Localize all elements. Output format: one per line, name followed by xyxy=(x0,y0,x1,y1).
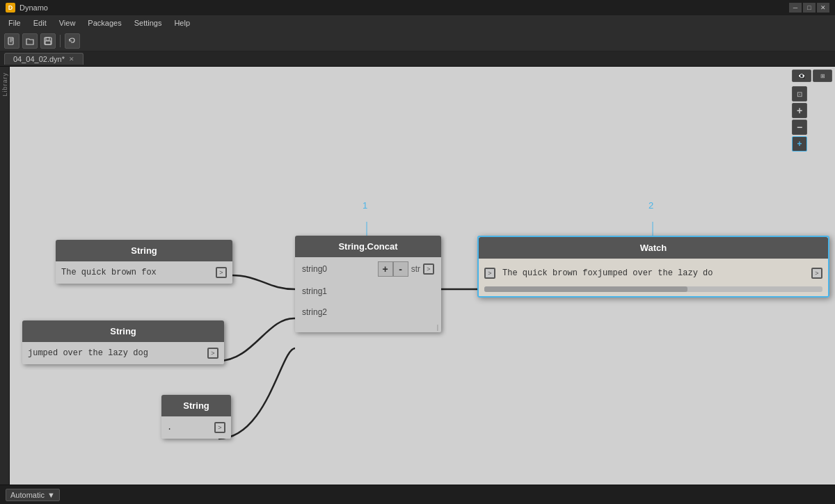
sidebar-label: Library xyxy=(1,72,8,97)
canvas[interactable]: 1 2 String The quick brown fox > String … xyxy=(10,67,835,485)
watch-input-port[interactable]: > xyxy=(484,268,495,279)
watch-index: 2 xyxy=(649,200,653,211)
tab-bar: 04_04_02.dyn* ✕ xyxy=(0,51,835,67)
concat-node-body: string0 + - str > string1 string2 xyxy=(295,257,441,332)
title-bar-controls: ─ □ ✕ xyxy=(789,3,829,13)
mode-dropdown[interactable]: Automatic ▼ xyxy=(6,489,60,501)
status-bar: Automatic ▼ xyxy=(0,485,835,504)
concat-remove-button[interactable]: - xyxy=(393,261,408,277)
menu-bar: File Edit View Packages Settings Help xyxy=(0,15,835,31)
home-button[interactable]: + xyxy=(792,136,807,152)
open-button[interactable] xyxy=(22,33,38,49)
concat-resize-icon: | xyxy=(437,324,438,331)
concat-row-1: string1 xyxy=(295,281,441,302)
watch-output-port[interactable]: > xyxy=(811,268,822,279)
watch-node-body: > The quick brown foxjumped over the laz… xyxy=(479,259,828,296)
string-node-3: String . > xyxy=(161,395,231,439)
string-node-2-body: jumped over the lazy dog > xyxy=(22,342,224,364)
minimize-button[interactable]: ─ xyxy=(789,3,802,13)
menu-file[interactable]: File xyxy=(3,17,26,29)
string-node-2-row: jumped over the lazy dog > xyxy=(22,342,224,364)
tab-label: 04_04_02.dyn* xyxy=(13,55,65,63)
app-title: Dynamo xyxy=(19,3,48,12)
fit-view-button[interactable]: ⊡ xyxy=(792,86,807,101)
watch-scrollbar-thumb xyxy=(484,286,687,292)
string-node-1-header: String xyxy=(56,240,232,261)
maximize-button[interactable]: □ xyxy=(803,3,816,13)
concat-port-1-label: string1 xyxy=(302,286,434,296)
concat-resize-area: | xyxy=(295,323,441,332)
string-node-1-value: The quick brown fox xyxy=(61,268,216,277)
concat-node: String.Concat string0 + - str > string1 xyxy=(295,236,441,332)
string-node-3-header: String xyxy=(161,395,231,416)
menu-edit[interactable]: Edit xyxy=(28,17,52,29)
sidebar: Library xyxy=(0,67,10,485)
app-icon: D xyxy=(6,3,15,13)
tab-close-icon[interactable]: ✕ xyxy=(69,56,74,63)
concat-add-button[interactable]: + xyxy=(378,261,393,277)
string-node-2-port[interactable]: > xyxy=(207,348,218,359)
concat-port-0-label: string0 xyxy=(302,264,378,274)
save-button[interactable] xyxy=(40,33,56,49)
menu-help[interactable]: Help xyxy=(168,17,196,29)
watch-node-header: Watch xyxy=(479,237,828,259)
concat-buttons: + - xyxy=(378,261,408,277)
title-bar: D Dynamo ─ □ ✕ xyxy=(0,0,835,15)
svg-rect-6 xyxy=(45,41,51,44)
string-node-1-row: The quick brown fox > xyxy=(56,261,232,284)
toolbar xyxy=(0,31,835,51)
watch-scrollbar[interactable] xyxy=(484,286,822,292)
string-node-3-port[interactable]: > xyxy=(214,422,225,433)
string-node-2: String jumped over the lazy dog > xyxy=(22,320,224,364)
mode-label: Automatic xyxy=(10,491,45,499)
concat-output-port[interactable]: > xyxy=(423,263,434,275)
concat-index: 1 xyxy=(363,200,367,211)
string-node-3-body: . > xyxy=(161,416,231,439)
concat-row-0: string0 + - str > xyxy=(295,257,441,281)
concat-port-2-label: string2 xyxy=(302,307,434,317)
string-node-2-header: String xyxy=(22,320,224,342)
string-node-1-body: The quick brown fox > xyxy=(56,261,232,284)
zoom-in-button[interactable]: + xyxy=(792,103,807,118)
watch-node: Watch > The quick brown foxjumped over t… xyxy=(477,236,829,298)
mode-dropdown-arrow: ▼ xyxy=(47,491,55,499)
menu-packages[interactable]: Packages xyxy=(82,17,127,29)
undo-button[interactable] xyxy=(65,33,80,49)
view-toggle-1[interactable]: 👁‍🗨 xyxy=(792,70,811,82)
concat-node-header: String.Concat xyxy=(295,236,441,257)
close-button[interactable]: ✕ xyxy=(817,3,829,13)
tab-main[interactable]: 04_04_02.dyn* ✕ xyxy=(4,53,84,65)
new-button[interactable] xyxy=(4,33,19,49)
canvas-view-toggles: 👁‍🗨 ⊞ xyxy=(792,70,832,82)
string-node-1: String The quick brown fox > xyxy=(56,240,232,284)
main-area: Library 1 2 String The quick brow xyxy=(0,67,835,485)
menu-settings[interactable]: Settings xyxy=(129,17,168,29)
watch-row: > The quick brown foxjumped over the laz… xyxy=(484,263,822,284)
zoom-out-button[interactable]: − xyxy=(792,120,807,135)
string-node-3-row: . > xyxy=(161,416,231,439)
concat-row-2: string2 xyxy=(295,302,441,323)
menu-view[interactable]: View xyxy=(54,17,81,29)
string-node-2-value: jumped over the lazy dog xyxy=(28,348,207,358)
watch-output-value: The quick brown foxjumped over the lazy … xyxy=(502,268,804,278)
title-bar-left: D Dynamo xyxy=(6,3,48,13)
concat-str-label: str xyxy=(411,264,420,274)
string-node-3-value: . xyxy=(167,423,214,432)
canvas-controls: 👁‍🗨 ⊞ ⊡ + − + xyxy=(792,70,832,152)
string-node-1-port[interactable]: > xyxy=(216,267,227,278)
toolbar-separator xyxy=(60,35,61,47)
view-toggle-2[interactable]: ⊞ xyxy=(813,70,832,82)
